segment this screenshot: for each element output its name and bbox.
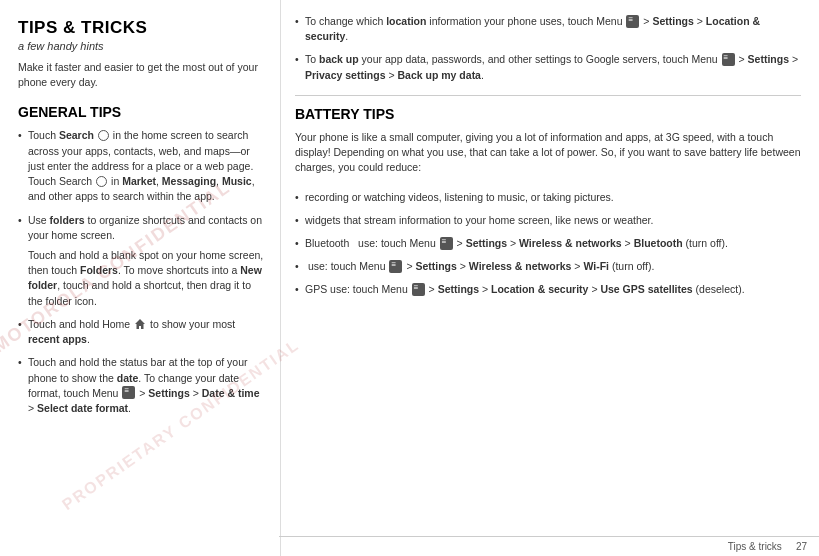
search-icon2: [96, 176, 107, 187]
menu-icon: ≡: [122, 386, 135, 399]
menu-icon7: ≡: [412, 283, 425, 296]
gps-tip-text: GPS use: touch Menu ≡ > Settings > Locat…: [305, 283, 745, 295]
search-icon: [98, 130, 109, 141]
list-item: Touch and hold the status bar at the top…: [18, 355, 266, 416]
list-item: widgets that stream information to your …: [295, 213, 801, 228]
section-divider: [295, 95, 801, 96]
left-column: TIPS & TRICKS a few handy hints Make it …: [0, 0, 280, 556]
menu-icon6: ≡: [389, 260, 402, 273]
right-column: To change which location information you…: [280, 0, 819, 556]
battery-tips-list: recording or watching videos, listening …: [295, 190, 801, 298]
date-tip-text: Touch and hold the status bar at the top…: [28, 356, 260, 414]
page-container: TIPS & TRICKS a few handy hints Make it …: [0, 0, 819, 556]
battery-tips-title: BATTERY TIPS: [295, 106, 801, 122]
wifi-tip-text: use: touch Menu ≡ > Settings > Wireless …: [305, 260, 654, 272]
menu-icon4: ≡: [722, 53, 735, 66]
list-item: use: touch Menu ≡ > Settings > Wireless …: [295, 259, 801, 274]
list-item: GPS use: touch Menu ≡ > Settings > Locat…: [295, 282, 801, 297]
battery-tips-section: BATTERY TIPS Your phone is like a small …: [295, 106, 801, 298]
list-item: Touch and hold Home to show your most re…: [18, 317, 266, 347]
list-item: To change which location information you…: [295, 14, 801, 44]
page-number-bar: Tips & tricks 27: [279, 536, 819, 556]
list-item: Touch Search in the home screen to searc…: [18, 128, 266, 204]
recent-apps-text: Touch and hold Home to show your most re…: [28, 318, 235, 345]
list-item: Bluetooth use: touch Menu ≡ > Settings >…: [295, 236, 801, 251]
bluetooth-tip-text: Bluetooth use: touch Menu ≡ > Settings >…: [305, 237, 728, 249]
page-intro: Make it faster and easier to get the mos…: [18, 60, 266, 90]
right-top-section: To change which location information you…: [295, 14, 801, 83]
home-icon: [134, 318, 146, 330]
folders-indent: Touch and hold a blank spot on your home…: [28, 248, 266, 309]
list-item: To back up your app data, passwords, and…: [295, 52, 801, 82]
list-item: recording or watching videos, listening …: [295, 190, 801, 205]
page-label: Tips & tricks: [728, 541, 782, 552]
page-title: TIPS & TRICKS: [18, 18, 266, 38]
menu-icon3: ≡: [626, 15, 639, 28]
search-tip-text: Touch Search in the home screen to searc…: [28, 129, 255, 202]
recording-tip-text: recording or watching videos, listening …: [305, 191, 614, 203]
list-item: Use folders to organize shortcuts and co…: [18, 213, 266, 309]
page-number: 27: [796, 541, 807, 552]
battery-tips-intro: Your phone is like a small computer, giv…: [295, 130, 801, 176]
page-subtitle: a few handy hints: [18, 40, 266, 52]
location-tip-text: To change which location information you…: [305, 15, 760, 42]
menu-icon5: ≡: [440, 237, 453, 250]
general-tips-title: GENERAL TIPS: [18, 104, 266, 120]
search-bold: Search: [59, 129, 94, 141]
folders-tip-text: Use folders to organize shortcuts and co…: [28, 214, 262, 241]
svg-marker-0: [135, 319, 145, 329]
widgets-tip-text: widgets that stream information to your …: [305, 214, 653, 226]
right-top-list: To change which location information you…: [295, 14, 801, 83]
backup-tip-text: To back up your app data, passwords, and…: [305, 53, 798, 80]
general-tips-list: Touch Search in the home screen to searc…: [18, 128, 266, 416]
